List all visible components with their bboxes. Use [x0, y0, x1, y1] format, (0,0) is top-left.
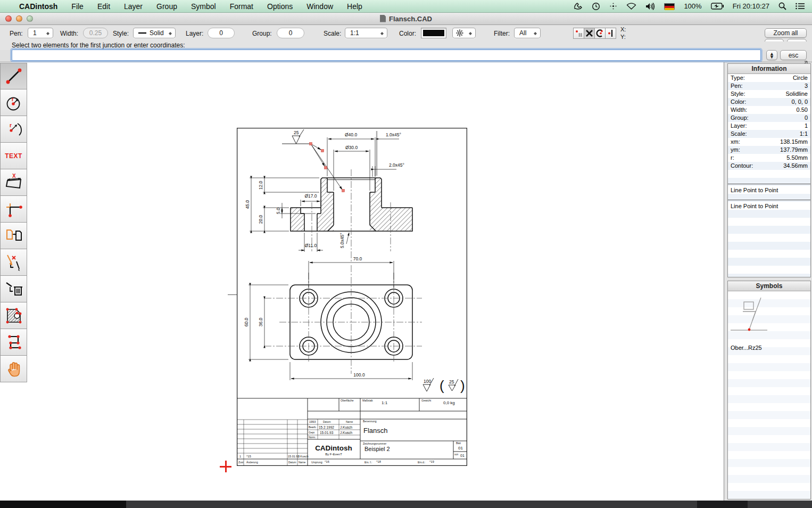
svg-text:Zust: Zust	[238, 461, 244, 464]
menu-bar: CADintosh File Edit Layer Group Symbol F…	[0, 0, 812, 13]
width-field[interactable]: 0.25	[83, 28, 108, 38]
menu-clock[interactable]: Fri 20:10:27	[733, 2, 769, 10]
bluetooth-dots-icon[interactable]	[609, 2, 617, 10]
menu-options[interactable]: Options	[267, 2, 293, 11]
bottom-bar-segment	[0, 501, 126, 508]
volume-icon[interactable]	[645, 3, 655, 10]
menu-help[interactable]: Help	[347, 2, 362, 11]
svg-text:Name: Name	[346, 420, 353, 423]
color-swatch[interactable]	[421, 28, 446, 38]
drawing-canvas[interactable]: 25 Ø40.0 1.0x45° Ø30.0 2.0x45° 45.0 12.0…	[28, 62, 724, 501]
info-row-xm: xm:138.15mm	[728, 138, 810, 146]
pan-tool-button[interactable]	[0, 356, 27, 382]
menu-window[interactable]: Window	[306, 2, 333, 11]
settings-select[interactable]	[452, 28, 476, 38]
svg-text:100: 100	[424, 379, 431, 384]
svg-text:Ø30.0: Ø30.0	[345, 145, 358, 150]
grid-snap-button[interactable]	[573, 28, 584, 39]
group-label: Group:	[252, 30, 272, 37]
information-panel-title: Information	[728, 64, 810, 74]
svg-text:von: von	[454, 453, 459, 456]
svg-text:Benennung: Benennung	[363, 420, 377, 423]
info-row-ym: ym:137.79mm	[728, 146, 810, 154]
history-icon[interactable]	[592, 2, 600, 11]
arc-tool-button[interactable]: r	[0, 116, 27, 143]
prompt-message: Select two elements for the first juncti…	[12, 42, 185, 49]
svg-text:Zeichnungsnummer: Zeichnungsnummer	[363, 442, 387, 445]
polyline-tool-button[interactable]	[0, 329, 27, 356]
svg-text:15.2.1992: 15.2.1992	[319, 425, 334, 429]
delete-tool-button[interactable]	[0, 276, 27, 302]
text-tool-button[interactable]: TEXT	[0, 143, 27, 169]
zoom-all-button[interactable]: Zoom all	[765, 28, 807, 38]
polyline-tool-icon	[3, 332, 24, 353]
history-stepper-button[interactable]: ▲▼	[766, 50, 777, 60]
svg-text:15.01.93: 15.01.93	[320, 431, 334, 435]
svg-text:Ø17.0: Ø17.0	[304, 193, 317, 199]
measure-tool-icon: X	[3, 172, 24, 193]
arc-tool-icon: r	[3, 119, 24, 140]
coordinate-input[interactable]	[12, 50, 761, 61]
german-flag-icon[interactable]	[664, 3, 675, 10]
gear-icon	[456, 29, 463, 37]
menu-edit[interactable]: Edit	[97, 2, 110, 11]
technical-drawing: 25 Ø40.0 1.0x45° Ø30.0 2.0x45° 45.0 12.0…	[237, 128, 467, 466]
menu-app-name[interactable]: CADintosh	[19, 2, 57, 11]
menu-format[interactable]: Format	[230, 2, 253, 11]
menu-group[interactable]: Group	[156, 2, 177, 11]
group-field[interactable]: 0	[277, 28, 304, 38]
svg-text:1.0x45°: 1.0x45°	[386, 132, 401, 137]
filter-select[interactable]: All	[514, 28, 541, 38]
line-tool-button[interactable]	[0, 63, 27, 89]
history-separator	[728, 184, 810, 184]
color-label: Color:	[399, 30, 416, 37]
menu-layer[interactable]: Layer	[124, 2, 143, 11]
svg-text:Maßstab: Maßstab	[362, 399, 373, 402]
svg-text:1: 1	[239, 455, 241, 458]
svg-text:Gewicht: Gewicht	[421, 399, 432, 402]
intersection-snap-button[interactable]	[584, 28, 595, 39]
svg-text:5.0: 5.0	[276, 208, 281, 214]
history-item[interactable]: Line Point to Point	[731, 187, 778, 193]
svg-text:Norm.: Norm.	[309, 436, 316, 439]
hatch-tool-button[interactable]	[0, 302, 27, 329]
svg-text:Ers. f.:: Ers. f.:	[364, 461, 372, 464]
menu-file[interactable]: File	[71, 2, 84, 11]
measure-tool-button[interactable]: X	[0, 169, 27, 196]
info-row-r: r:5.50mm	[728, 154, 810, 162]
symbol-item-label[interactable]: Ober...Rz25	[731, 345, 762, 351]
svg-text:01: 01	[458, 446, 463, 450]
style-select[interactable]: Solid	[133, 28, 176, 38]
svg-text:20.0: 20.0	[258, 215, 263, 224]
info-row-style: Style:Solidline	[728, 90, 810, 98]
junction-tool-icon	[3, 199, 24, 220]
history-separator	[728, 200, 810, 200]
phone-icon[interactable]	[574, 2, 583, 10]
scale-select[interactable]: 1:1	[345, 28, 387, 38]
svg-text:^16: ^16	[325, 460, 329, 463]
circle-snap-button[interactable]	[594, 28, 606, 39]
history-item[interactable]: Line Point to Point	[731, 203, 778, 209]
copy-tool-button[interactable]	[0, 223, 27, 249]
svg-text:Beispiel 2: Beispiel 2	[364, 446, 390, 452]
notification-list-icon[interactable]	[796, 3, 805, 10]
window-title-bar[interactable]: Flansch.CAD	[0, 13, 812, 25]
hand-icon	[3, 358, 24, 380]
layer-field[interactable]: 0	[208, 28, 235, 38]
pen-select[interactable]: 1	[28, 28, 53, 38]
solid-line-glyph	[138, 32, 146, 34]
modify-tool-button[interactable]	[0, 249, 27, 276]
svg-text:25: 25	[449, 379, 454, 384]
line-snap-button[interactable]	[605, 28, 616, 39]
menu-symbol[interactable]: Symbol	[191, 2, 216, 11]
svg-text:Blatt: Blatt	[456, 442, 461, 445]
wifi-icon[interactable]	[626, 3, 636, 10]
svg-text:^15: ^15	[246, 455, 251, 458]
surface-symbol-preview[interactable]	[729, 297, 777, 337]
svg-text:Ers.d.:: Ers.d.:	[418, 461, 425, 464]
junction-tool-button[interactable]	[0, 196, 27, 223]
spotlight-search-icon[interactable]	[778, 2, 786, 10]
circle-tool-button[interactable]: r	[0, 89, 27, 116]
svg-text:1:1: 1:1	[382, 400, 388, 405]
prompt-row: Select two elements for the first juncti…	[0, 42, 812, 50]
